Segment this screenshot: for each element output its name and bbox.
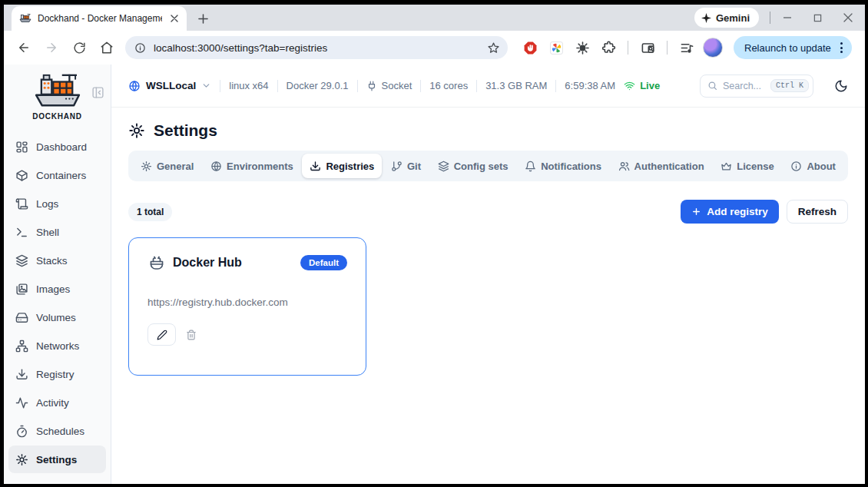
divider [357,80,358,92]
sidebar-item-networks[interactable]: Networks [8,332,106,359]
refresh-button[interactable]: Refresh [787,200,848,224]
settings-page: Settings General Environments Registries [111,108,865,484]
search-input[interactable]: Search... Ctrl K [700,75,813,98]
tab-authentication[interactable]: Authentication [611,154,712,178]
tab-registries[interactable]: Registries [302,154,382,178]
sidebar-item-logs[interactable]: Logs [8,190,106,217]
trash-icon [186,330,197,340]
sidebar-item-label: Shell [36,227,59,238]
gemini-sparkle-icon [701,13,711,23]
divider [420,80,421,92]
ram-stat: 31.3 GB RAM [485,80,547,91]
sidebar: DOCKHAND Dashboard Containers Logs [4,65,111,484]
extensions-puzzle-icon[interactable] [597,36,620,59]
info-icon [790,161,802,172]
browser-toolbar: localhost:3000/settings?tab=registries [4,31,865,65]
sidebar-item-settings[interactable]: Settings [8,446,106,473]
sidebar-item-dashboard[interactable]: Dashboard [8,133,106,161]
reload-button[interactable] [67,35,91,60]
sidebar-item-activity[interactable]: Activity [8,389,106,416]
divider [667,41,668,55]
dark-mode-toggle[interactable] [834,79,848,93]
environment-selector[interactable]: WSLLocal [128,80,211,92]
window-close-button[interactable] [843,13,853,22]
git-branch-icon [391,161,403,172]
tab-environments[interactable]: Environments [203,154,301,178]
timer-icon [15,425,28,438]
environment-name: WSLLocal [146,80,196,91]
tab-notifications[interactable]: Notifications [517,154,609,178]
browser-menu-icon[interactable] [837,39,846,56]
registry-actions-row: 1 total Add registry Refresh [128,200,848,224]
pencil-icon [157,330,167,340]
tab-close-icon[interactable] [168,12,181,25]
sidebar-item-shell[interactable]: Shell [8,218,106,246]
photos-extension-icon[interactable] [545,36,568,59]
dockhand-favicon [19,12,31,25]
home-button[interactable] [94,35,119,60]
sidebar-item-volumes[interactable]: Volumes [8,303,106,331]
address-bar[interactable]: localhost:3000/settings?tab=registries [125,36,508,59]
gemini-button[interactable]: Gemini [694,8,759,28]
users-icon [618,161,630,172]
sidebar-item-label: Activity [36,397,69,409]
clock-stat: 6:59:38 AM [565,80,615,91]
new-tab-button[interactable] [193,8,213,28]
default-badge: Default [300,255,347,270]
platform-stat: linux x64 [229,80,268,91]
settings-tabs: General Environments Registries Git [128,151,848,181]
settings-extension-icon[interactable] [571,36,594,59]
total-count-badge: 1 total [128,203,172,221]
divider [476,80,477,92]
dockhand-ship-logo [31,72,84,111]
docker-whale-icon [147,253,166,272]
moon-icon [834,79,848,93]
sidebar-item-label: Stacks [36,255,68,267]
sidebar-item-registry[interactable]: Registry [8,360,106,388]
relaunch-to-update-button[interactable]: Relaunch to update [734,36,852,59]
delete-registry-button[interactable] [186,330,197,340]
settings-gear-icon [128,122,145,139]
sidebar-item-stacks[interactable]: Stacks [8,247,106,274]
tab-search-icon[interactable] [636,36,659,59]
brand-name: DOCKHAND [32,112,82,121]
forward-button[interactable] [39,35,64,60]
bookmark-star-icon[interactable] [487,41,500,55]
browser-window: Dockhand - Docker Manageme Gemini [4,5,865,484]
sidebar-item-schedules[interactable]: Schedules [8,417,106,445]
add-registry-button[interactable]: Add registry [681,200,779,224]
socket-stat: Socket [366,80,412,91]
gear-icon [141,161,152,172]
sidebar-collapse-button[interactable] [90,84,105,100]
window-minimize-button[interactable] [783,13,792,22]
sidebar-item-label: Containers [36,170,86,181]
browser-tab-title: Dockhand - Docker Manageme [38,13,162,24]
site-info-icon[interactable] [134,42,146,54]
sidebar-item-label: Images [36,283,70,295]
images-icon [15,283,28,296]
sidebar-item-images[interactable]: Images [8,275,106,303]
sidebar-nav: Dashboard Containers Logs Shell Stacks [4,133,111,473]
tab-about[interactable]: About [783,154,843,178]
edit-registry-button[interactable] [147,323,176,346]
download-tray-icon [15,368,28,381]
window-maximize-button[interactable] [813,14,822,22]
environment-header: WSLLocal linux x64 Docker 29.0.1 Socket … [111,65,865,108]
layers-icon [15,254,28,267]
plug-icon [366,81,377,91]
gemini-label: Gemini [716,12,750,24]
profile-avatar[interactable] [701,36,724,59]
tab-git[interactable]: Git [383,154,429,178]
sidebar-item-label: Settings [36,454,77,465]
adblock-extension-icon[interactable] [518,36,542,59]
tab-license[interactable]: License [713,154,781,178]
browser-tab[interactable]: Dockhand - Docker Manageme [12,6,187,31]
container-box-icon [15,169,28,182]
tab-config-sets[interactable]: Config sets [430,154,516,178]
divider [220,80,220,92]
reading-list-icon[interactable] [675,36,698,59]
cores-stat: 16 cores [429,80,468,91]
tab-general[interactable]: General [133,154,201,178]
back-button[interactable] [12,35,36,60]
sidebar-item-containers[interactable]: Containers [8,161,106,189]
